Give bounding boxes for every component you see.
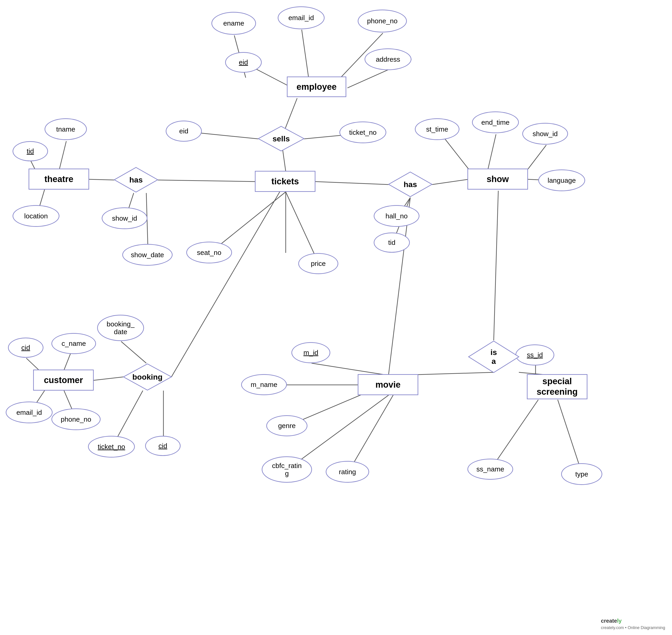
er-diagram: employee theatre tickets show customer m… <box>0 0 672 635</box>
attr-m-name: m_name <box>241 374 287 395</box>
svg-line-16 <box>488 134 496 169</box>
attr-phone-no-employee: phone_no <box>358 9 407 32</box>
attr-type: type <box>561 463 602 485</box>
svg-line-12 <box>89 179 114 180</box>
attr-show-date: show_date <box>122 244 172 266</box>
attr-tid-theatre: tid <box>13 141 48 161</box>
attr-address: address <box>364 48 412 70</box>
attr-genre: genre <box>266 415 308 436</box>
svg-line-25 <box>286 192 319 264</box>
attr-c-name: c_name <box>51 333 96 354</box>
svg-line-9 <box>59 141 66 169</box>
svg-line-31 <box>94 377 123 380</box>
svg-line-32 <box>171 181 286 377</box>
attr-eid-sells: eid <box>166 121 202 141</box>
entity-theatre: theatre <box>28 169 89 190</box>
attr-ss-name: ss_name <box>467 459 513 480</box>
svg-line-13 <box>158 180 256 181</box>
attr-ticket-no-booking: ticket_no <box>88 436 135 458</box>
attr-show-id-has-left: show_id <box>102 207 147 229</box>
attr-booking-date: booking_ date <box>97 315 144 341</box>
watermark-tagline: creately.com • Online Diagramming <box>601 626 665 630</box>
watermark-brand: creately <box>601 618 622 624</box>
svg-line-20 <box>315 181 388 184</box>
entity-tickets: tickets <box>255 171 315 192</box>
attr-cbfc-rating: cbfc_ratin g <box>262 456 312 483</box>
relation-sells: sells <box>257 125 305 152</box>
relation-has-right: has <box>387 171 433 198</box>
attr-end-time: end_time <box>472 111 519 133</box>
svg-line-27 <box>26 358 39 370</box>
entity-movie: movie <box>358 374 418 395</box>
entity-employee: employee <box>287 76 346 97</box>
svg-line-40 <box>348 395 393 473</box>
attr-eid-employee: eid <box>225 52 262 73</box>
attr-phone-no-customer: phone_no <box>51 409 101 430</box>
relation-booking: booking <box>122 363 172 391</box>
attr-seat-no: seat_no <box>186 242 232 263</box>
attr-cid-booking: cid <box>145 436 181 456</box>
attr-email-id-employee: email_id <box>278 6 324 29</box>
svg-line-36 <box>312 363 384 375</box>
entity-customer: customer <box>33 370 94 391</box>
attr-ticket-no-sells: ticket_no <box>339 122 386 143</box>
attr-ss-id: ss_id <box>516 345 554 366</box>
attr-ename: ename <box>211 12 256 35</box>
svg-line-33 <box>121 342 146 363</box>
attr-show-id-show: show_id <box>522 123 568 145</box>
svg-line-21 <box>432 179 468 184</box>
entity-show: show <box>467 169 528 190</box>
attr-tname: tname <box>45 118 87 140</box>
entity-special-screening: special screening <box>527 374 587 399</box>
attr-hall-no: hall_no <box>374 205 419 227</box>
attr-language: language <box>538 170 585 191</box>
attr-email-id-customer: email_id <box>6 401 52 423</box>
attr-location: location <box>13 205 59 227</box>
attr-rating: rating <box>326 461 369 483</box>
svg-line-42 <box>494 191 498 340</box>
attr-cid-customer: cid <box>8 337 43 358</box>
attr-st-time: st_time <box>415 118 459 140</box>
relation-is-a: is a <box>467 340 520 374</box>
watermark: creately creately.com • Online Diagrammi… <box>601 618 665 631</box>
relation-has-left: has <box>113 166 159 193</box>
attr-price: price <box>298 253 338 274</box>
attr-m-id: m_id <box>291 342 330 363</box>
svg-line-1 <box>302 30 309 78</box>
svg-line-17 <box>528 145 546 169</box>
attr-tid-tickets: tid <box>374 233 410 253</box>
